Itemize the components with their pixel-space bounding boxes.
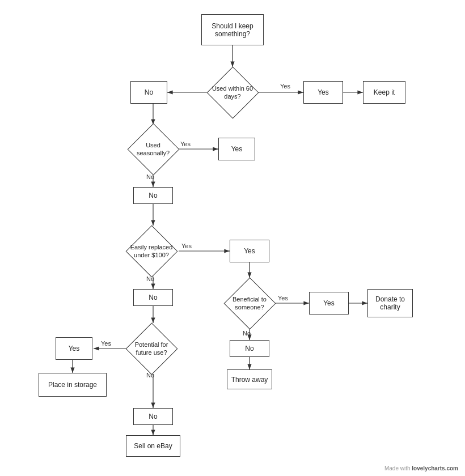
svg-text:Yes: Yes bbox=[278, 295, 288, 301]
yes4-node: Yes bbox=[309, 292, 349, 314]
yes3-node: Yes bbox=[230, 240, 269, 262]
svg-text:Yes: Yes bbox=[101, 340, 111, 347]
donate-charity-node: Donate to charity bbox=[367, 289, 413, 317]
used-seasonal-node: Used seasonally? bbox=[128, 124, 179, 175]
watermark-brand: lovelycharts.com bbox=[412, 465, 458, 471]
no4-node: No bbox=[230, 340, 269, 357]
svg-text:Yes: Yes bbox=[181, 243, 192, 249]
start-node: Should I keep something? bbox=[201, 14, 264, 45]
flowchart: No Yes Yes No Yes No Yes No Yes No Shoul… bbox=[0, 0, 465, 476]
yes5-node: Yes bbox=[56, 337, 92, 360]
keep-it-node: Keep it bbox=[363, 81, 405, 104]
watermark: Made with lovelycharts.com bbox=[384, 465, 458, 471]
no2-node: No bbox=[133, 187, 173, 204]
svg-text:No: No bbox=[243, 330, 251, 337]
no5-node: No bbox=[133, 408, 173, 425]
throw-away-node: Throw away bbox=[227, 369, 272, 389]
svg-text:Yes: Yes bbox=[180, 141, 191, 147]
no3-node: No bbox=[133, 289, 173, 306]
yes2-node: Yes bbox=[218, 138, 255, 160]
no1-node: No bbox=[130, 81, 167, 104]
potential-future-node: Potential for future use? bbox=[126, 323, 177, 374]
beneficial-node: Beneficial to someone? bbox=[224, 278, 275, 329]
yes1-node: Yes bbox=[303, 81, 343, 104]
sell-ebay-node: Sell on eBay bbox=[126, 435, 180, 457]
svg-text:Yes: Yes bbox=[280, 83, 290, 90]
used60-node: Used within 60 days? bbox=[207, 67, 258, 118]
place-storage-node: Place in storage bbox=[39, 373, 107, 397]
easily-replaced-node: Easily replaced under $100? bbox=[126, 226, 177, 277]
